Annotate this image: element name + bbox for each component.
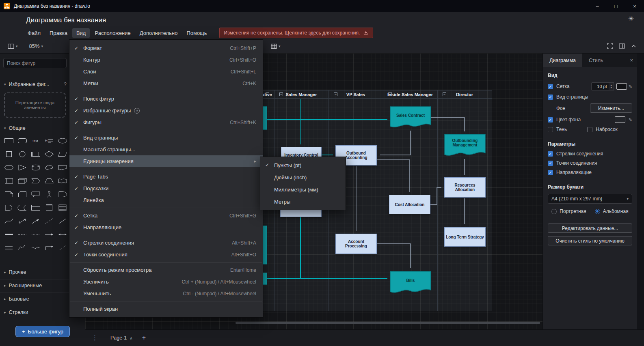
shape-text[interactable]: Text (29, 134, 42, 147)
edit-data-button[interactable]: Редактировать данные... (548, 224, 632, 233)
shape-thick-line[interactable] (2, 228, 15, 241)
tab-diagram[interactable]: Диаграмма (543, 54, 582, 67)
view-options-button[interactable]: ▾ (5, 41, 21, 51)
maximize-button[interactable]: □ (607, 0, 625, 12)
menu-extras[interactable]: Дополнительно (136, 28, 182, 38)
menu-item-units[interactable]: Единицы измерения▸ (69, 155, 263, 167)
menu-item-tooltips[interactable]: ✓Подсказки (69, 183, 263, 194)
connection-arrows-checkbox[interactable]: ✓ (548, 151, 553, 157)
menu-item-connection-arrows[interactable]: ✓Стрелки соединенияAlt+Shift+A (69, 237, 263, 249)
node-resources-allocation[interactable]: Resources Allocation (444, 177, 486, 198)
menu-item-page-view[interactable]: ✓Вид страницы (69, 132, 263, 144)
menu-item-shapes[interactable]: ✓ФигурыCtrl+Shift+K (69, 116, 263, 128)
format-panel-toggle-icon[interactable] (619, 43, 625, 49)
menu-item-page-scale[interactable]: Масштаб страницы... (69, 144, 263, 155)
portrait-radio[interactable] (551, 209, 557, 214)
shape-diamond[interactable] (42, 147, 56, 161)
landscape-radio[interactable] (595, 209, 600, 214)
sketch-checkbox[interactable] (587, 127, 592, 132)
shape-trapezoid[interactable] (42, 174, 56, 187)
menu-file[interactable]: Файл (24, 28, 45, 38)
node-long-term-strategy[interactable]: Long Term Strategy (444, 227, 486, 247)
shape-zigzag[interactable] (15, 241, 29, 254)
menu-item-grid[interactable]: ✓СеткаCtrl+Shift+G (69, 210, 263, 221)
shape-process[interactable] (29, 147, 42, 161)
shape-cylinder[interactable] (29, 161, 42, 174)
menu-item-ruler[interactable]: Линейка (69, 194, 263, 206)
menu-item-outline[interactable]: КонтурCtrl+Shift+O (69, 54, 263, 66)
grid-size-input[interactable]: 10 pt (591, 82, 609, 90)
grid-checkbox[interactable]: ✓ (548, 84, 553, 89)
paper-size-select[interactable]: A4 (210 mm x 297 mm) ▾ (548, 194, 632, 204)
menu-item-scratchpad[interactable]: ✓Избранные фигуры? (69, 105, 263, 116)
fullscreen-icon[interactable] (607, 43, 613, 49)
shape-triangle[interactable] (15, 161, 29, 174)
shape-wave-edge[interactable] (29, 241, 42, 254)
menu-arrange[interactable]: Расположение (91, 28, 134, 38)
shape-note[interactable] (2, 187, 15, 201)
menu-item-connection-points[interactable]: ✓Точки соединенияAlt+Shift+O (69, 249, 263, 260)
menu-view[interactable]: Вид (72, 28, 90, 38)
node-bills[interactable]: Bills (390, 271, 431, 295)
shape-cube[interactable] (15, 174, 29, 187)
shape-container[interactable] (29, 201, 42, 214)
bg-color-swatch[interactable] (615, 116, 625, 123)
shape-hexagon[interactable] (2, 161, 15, 174)
shape-rectangle[interactable] (2, 134, 15, 147)
shape-internal-storage[interactable] (2, 174, 15, 187)
menu-item-zoom-out[interactable]: УменьшитьCtrl - (Numpad) / Alt+Mousewhee… (69, 288, 263, 299)
more-shapes-button[interactable]: + Больше фигур (15, 326, 70, 337)
shape-step[interactable] (29, 174, 42, 187)
search-input[interactable] (3, 58, 67, 68)
document-title[interactable]: Диаграмма без названия (26, 16, 106, 24)
shape-dashed-line[interactable] (42, 214, 56, 228)
shape-arrow[interactable] (29, 214, 42, 228)
shape-directional-connector[interactable] (42, 228, 56, 241)
shape-callout[interactable] (29, 187, 42, 201)
clear-default-style-button[interactable]: Очистить стиль по умолчанию (548, 236, 632, 245)
shape-tape[interactable] (56, 174, 69, 187)
minimize-button[interactable]: – (588, 0, 607, 12)
shape-dashed-edge[interactable] (15, 228, 29, 241)
shadow-checkbox[interactable] (548, 127, 553, 132)
partially-hidden-shape[interactable] (263, 273, 267, 285)
node-outbounding-management[interactable]: Outbounding Management (444, 134, 486, 158)
tab-style[interactable]: Стиль (582, 54, 610, 67)
theme-toggle-icon[interactable]: ☀ (628, 15, 634, 23)
submenu-item-meters[interactable]: Метры (260, 196, 346, 208)
help-icon[interactable]: ? (64, 82, 67, 87)
node-account-processing[interactable]: Account Processing (335, 234, 377, 254)
shape-card[interactable] (15, 187, 29, 201)
collapse-toolbar-icon[interactable] (631, 43, 637, 49)
unsaved-changes-banner[interactable]: Изменения не сохранены. Щелкните здесь д… (219, 28, 374, 38)
shape-and[interactable] (2, 201, 15, 214)
menu-edit[interactable]: Правка (45, 28, 71, 38)
submenu-item-inches[interactable]: Дюймы (inch) (260, 171, 346, 183)
submenu-item-millimeters[interactable]: Миллиметры (мм) (260, 183, 346, 196)
shape-elbow-connector[interactable] (42, 241, 56, 254)
favorites-drop-zone[interactable]: Перетащите сюда элементы (4, 92, 66, 118)
bg-color-checkbox[interactable]: ✓ (548, 117, 553, 122)
shape-heading[interactable]: H (42, 134, 56, 147)
shape-rounded-rectangle[interactable] (15, 134, 29, 147)
shape-vertical-container[interactable] (42, 201, 56, 214)
connection-points-checkbox[interactable]: ✓ (548, 161, 553, 166)
help-icon[interactable]: ? (134, 108, 140, 114)
page-tab[interactable]: Page-1 ∧ (107, 333, 136, 343)
menu-item-page-tabs[interactable]: ✓Page Tabs (69, 171, 263, 183)
shape-or[interactable] (56, 187, 69, 201)
grid-size-stepper[interactable]: ▲▼ (609, 82, 614, 90)
shape-dotted-diagonal[interactable] (56, 241, 69, 254)
node-cost-allocation[interactable]: Cost Allocation (389, 195, 430, 214)
panel-close-icon[interactable]: × (626, 54, 637, 67)
guides-checkbox[interactable]: ✓ (548, 170, 553, 175)
shape-document[interactable] (56, 161, 69, 174)
close-button[interactable]: × (625, 0, 644, 12)
menu-item-search-shapes[interactable]: ✓Поиск фигур (69, 93, 263, 105)
shape-bidirectional-connector[interactable] (56, 228, 69, 241)
menu-item-layers[interactable]: СлоиCtrl+Shift+L (69, 66, 263, 77)
menu-item-zoom-in[interactable]: УвеличитьCtrl + (Numpad) / Alt+Mousewhee… (69, 276, 263, 288)
shape-ellipse[interactable] (56, 134, 69, 147)
partially-hidden-shape[interactable] (263, 226, 267, 264)
edit-bg-color-icon[interactable]: ✎ (629, 117, 632, 122)
